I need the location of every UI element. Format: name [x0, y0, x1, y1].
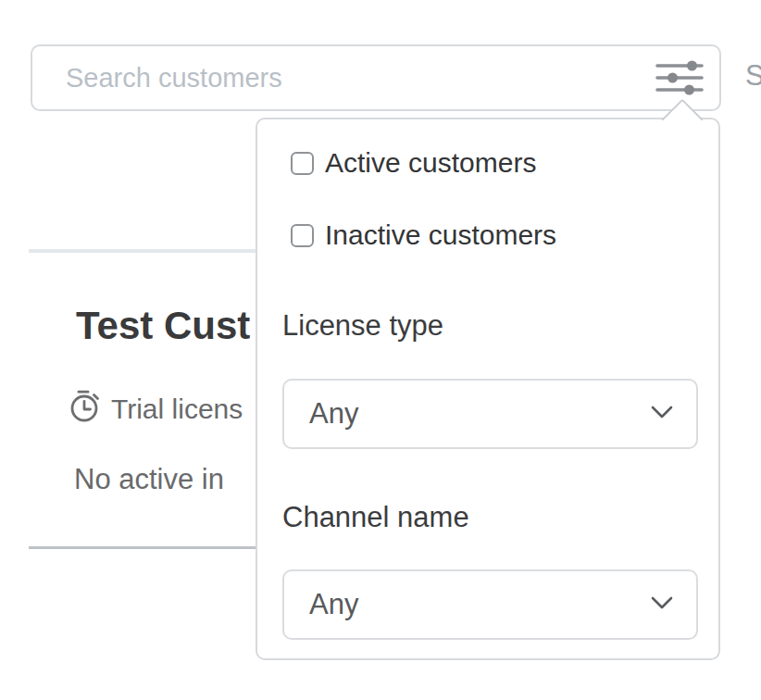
license-type-field-label: License type	[282, 309, 443, 343]
search-input[interactable]	[32, 46, 643, 109]
channel-name-field-label: Channel name	[282, 501, 469, 534]
license-type-select[interactable]: Any	[282, 379, 698, 449]
channel-name-select[interactable]: Any	[282, 569, 698, 640]
license-info-row: Trial licens	[69, 389, 243, 429]
active-customers-checkbox[interactable]	[291, 152, 314, 175]
stopwatch-icon	[69, 389, 102, 429]
inactive-customers-checkbox[interactable]	[291, 224, 314, 247]
filter-popover: Active customers Inactive customers Lice…	[256, 118, 720, 660]
installations-status-text: No active in	[74, 463, 224, 496]
active-customers-option[interactable]: Active customers	[291, 147, 536, 179]
filter-button[interactable]	[653, 58, 706, 99]
search-box	[31, 44, 721, 111]
inactive-customers-option[interactable]: Inactive customers	[291, 219, 556, 251]
sliders-icon	[655, 59, 704, 99]
inactive-customers-label: Inactive customers	[325, 219, 556, 251]
channel-name-select-value: Any	[309, 588, 651, 621]
license-type-text: Trial licens	[111, 394, 243, 425]
truncated-side-text: S	[745, 59, 761, 93]
chevron-down-icon	[651, 596, 673, 613]
active-customers-label: Active customers	[325, 147, 536, 179]
customer-name-heading: Test Cust	[76, 306, 250, 345]
license-type-select-value: Any	[309, 397, 651, 431]
chevron-down-icon	[651, 406, 673, 422]
